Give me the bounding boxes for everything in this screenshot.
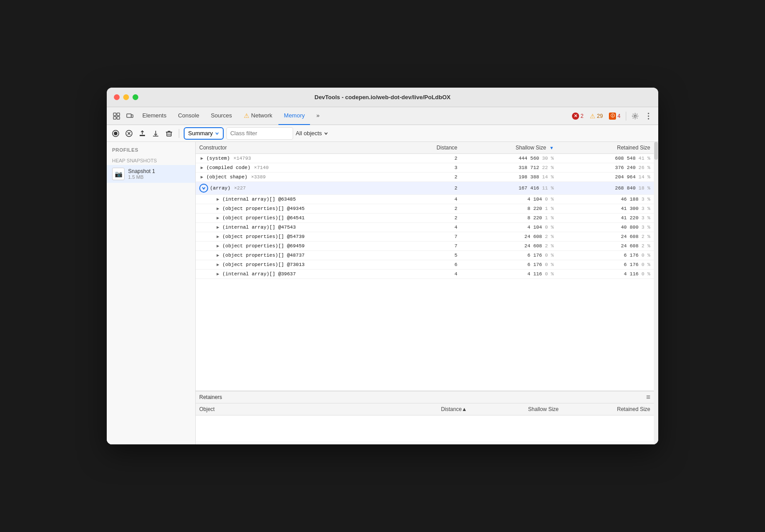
- more-icon[interactable]: [642, 110, 655, 122]
- summary-dropdown[interactable]: Summary: [184, 127, 224, 140]
- collect-garbage-icon[interactable]: [164, 128, 174, 139]
- orange-badge[interactable]: ⓘ 4: [606, 112, 623, 121]
- table-row[interactable]: ▶(internal array)[] @3963744 116 0 %4 11…: [196, 270, 654, 279]
- constructor-cell[interactable]: ▶(object properties)[] @54739: [196, 232, 413, 242]
- shallow-size-cell: 167 416 11 %: [461, 182, 557, 195]
- constructor-cell[interactable]: ▶(internal array)[] @47543: [196, 223, 413, 232]
- constructor-cell[interactable]: ▶(object properties)[] @49345: [196, 204, 413, 214]
- constructor-header[interactable]: Constructor: [196, 142, 413, 154]
- shallow-size-cell: 8 220 1 %: [461, 214, 557, 223]
- heap-table[interactable]: Constructor Distance Shallow Size ▼ Reta…: [196, 142, 654, 391]
- tab-memory[interactable]: Memory: [278, 107, 310, 125]
- expand-arrow-icon[interactable]: ▶: [199, 156, 205, 161]
- constructor-name: (object properties)[] @69459: [222, 243, 305, 249]
- svg-point-11: [114, 132, 117, 135]
- clear-button[interactable]: [124, 128, 134, 139]
- table-row[interactable]: ▶(internal array)[] @4754344 104 0 %40 8…: [196, 223, 654, 232]
- upload-icon[interactable]: [137, 128, 148, 139]
- retainers-empty-row: [196, 415, 654, 442]
- constructor-name: (object properties)[] @49345: [222, 206, 305, 211]
- retainers-object-header[interactable]: Object: [196, 403, 402, 415]
- record-button[interactable]: [110, 128, 121, 139]
- constructor-cell[interactable]: ▶(system) ×14793: [196, 154, 413, 163]
- minimize-button[interactable]: [123, 94, 129, 100]
- orange-icon: ⓘ: [609, 113, 616, 120]
- tab-more[interactable]: »: [311, 107, 325, 125]
- expand-arrow-icon[interactable]: ▶: [215, 197, 221, 202]
- maximize-button[interactable]: [133, 94, 138, 100]
- expand-arrow-icon[interactable]: ▶: [215, 243, 221, 249]
- constructor-count: ×3389: [251, 174, 266, 180]
- expand-arrow-icon[interactable]: ▶: [215, 234, 221, 239]
- retained-size-cell: 376 240 26 %: [557, 163, 654, 173]
- constructor-cell[interactable]: ▶(internal array)[] @39637: [196, 270, 413, 279]
- shallow-size-cell: 24 608 2 %: [461, 232, 557, 242]
- all-objects-dropdown[interactable]: All objects: [296, 130, 655, 137]
- scrollbar-thumb[interactable]: [654, 142, 658, 160]
- inspector-icon[interactable]: [110, 110, 123, 122]
- table-row[interactable]: ▶(object properties)[] @6454128 220 1 %4…: [196, 214, 654, 223]
- shallow-size-header[interactable]: Shallow Size ▼: [461, 142, 557, 154]
- scrollbar[interactable]: [654, 142, 658, 444]
- table-row[interactable]: ▶(object properties)[] @69459724 608 2 %…: [196, 242, 654, 251]
- distance-cell: 4: [413, 195, 461, 204]
- constructor-cell[interactable]: ▶(object properties)[] @48737: [196, 251, 413, 260]
- table-row[interactable]: ▶(system) ×147932444 560 30 %608 548 41 …: [196, 154, 654, 163]
- retained-size-cell: 6 176 0 %: [557, 260, 654, 270]
- table-row[interactable]: ▶(object properties)[] @54739724 608 2 %…: [196, 232, 654, 242]
- expand-circle-button[interactable]: [199, 184, 208, 193]
- table-row[interactable]: (array) ×2272167 416 11 %268 840 18 %: [196, 182, 654, 195]
- constructor-cell[interactable]: ▶(object properties)[] @69459: [196, 242, 413, 251]
- heap-snapshot-table: Constructor Distance Shallow Size ▼ Reta…: [196, 142, 654, 279]
- expand-arrow-icon[interactable]: ▶: [215, 215, 221, 221]
- svg-rect-0: [113, 113, 116, 116]
- table-row[interactable]: ▶(object properties)[] @4873756 176 0 %6…: [196, 251, 654, 260]
- expand-arrow-icon[interactable]: ▶: [215, 225, 221, 230]
- table-row[interactable]: ▶(internal array)[] @6348544 104 0 %46 1…: [196, 195, 654, 204]
- retainers-retained-header[interactable]: Retained Size: [562, 403, 654, 415]
- expand-arrow-icon[interactable]: ▶: [215, 206, 221, 211]
- expand-arrow-icon[interactable]: ▶: [199, 174, 205, 180]
- close-button[interactable]: [114, 94, 120, 100]
- constructor-cell[interactable]: ▶(object properties)[] @64541: [196, 214, 413, 223]
- error-badge[interactable]: ✕ 2: [569, 112, 586, 121]
- constructor-cell[interactable]: ▶(compiled code) ×7140: [196, 163, 413, 173]
- distance-cell: 6: [413, 260, 461, 270]
- tab-elements[interactable]: Elements: [137, 107, 172, 125]
- expand-arrow-icon[interactable]: ▶: [215, 262, 221, 267]
- constructor-cell[interactable]: ▶(internal array)[] @63485: [196, 195, 413, 204]
- tab-sources[interactable]: Sources: [205, 107, 238, 125]
- constructor-cell[interactable]: ▶(object properties)[] @73013: [196, 260, 413, 270]
- retainers-distance-header[interactable]: Distance▲: [402, 403, 471, 415]
- download-icon[interactable]: [150, 128, 161, 139]
- table-row[interactable]: ▶(object shape) ×33892198 388 14 %204 96…: [196, 173, 654, 182]
- tab-console[interactable]: Console: [173, 107, 205, 125]
- expand-arrow-icon[interactable]: ▶: [215, 253, 221, 258]
- distance-header[interactable]: Distance: [413, 142, 461, 154]
- traffic-lights: [114, 94, 138, 100]
- distance-cell: 2: [413, 182, 461, 195]
- device-toggle-icon[interactable]: [124, 110, 136, 122]
- constructor-cell[interactable]: (array) ×227: [196, 182, 413, 195]
- error-count: 2: [580, 113, 584, 119]
- warning-count: 29: [597, 113, 603, 119]
- constructor-name: (object shape): [206, 174, 247, 180]
- profiles-label: Profiles: [107, 142, 195, 154]
- settings-icon[interactable]: [629, 110, 641, 122]
- distance-cell: 2: [413, 204, 461, 214]
- retainers-shallow-header[interactable]: Shallow Size: [471, 403, 562, 415]
- shallow-size-cell: 4 116 0 %: [461, 270, 557, 279]
- table-row[interactable]: ▶(object properties)[] @4934528 220 1 %4…: [196, 204, 654, 214]
- snapshot-item-1[interactable]: 📷 Snapshot 1 1.5 MB: [107, 165, 195, 183]
- class-filter-input[interactable]: [226, 127, 293, 140]
- table-row[interactable]: ▶(object properties)[] @7301366 176 0 %6…: [196, 260, 654, 270]
- warning-badge[interactable]: ⚠ 29: [587, 112, 605, 121]
- distance-cell: 2: [413, 214, 461, 223]
- tab-network[interactable]: ⚠ Network: [238, 107, 278, 125]
- expand-arrow-icon[interactable]: ▶: [199, 165, 205, 170]
- retained-size-header[interactable]: Retained Size: [557, 142, 654, 154]
- table-row[interactable]: ▶(compiled code) ×71403318 712 22 %376 2…: [196, 163, 654, 173]
- retainers-menu-icon[interactable]: ≡: [646, 393, 650, 401]
- constructor-cell[interactable]: ▶(object shape) ×3389: [196, 173, 413, 182]
- expand-arrow-icon[interactable]: ▶: [215, 271, 221, 277]
